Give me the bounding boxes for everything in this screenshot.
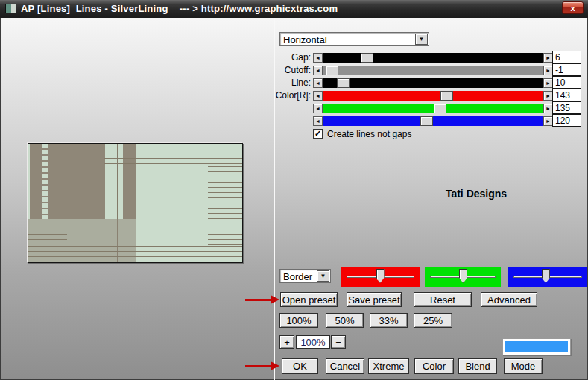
green-bar-thumb[interactable]	[459, 269, 467, 283]
slider-left-icon[interactable]: ◄	[313, 116, 323, 126]
cancel-button[interactable]: Cancel	[326, 358, 364, 374]
zoom-plus-button[interactable]: +	[279, 335, 294, 349]
color-swatch-fill	[505, 341, 568, 352]
color-blue-slider-thumb[interactable]	[420, 116, 433, 126]
plugin-window: AP [Lines] Lines - SilverLining --- > ht…	[0, 0, 588, 380]
color-b-value-field[interactable]: 120	[552, 114, 581, 127]
border-dropdown-value: Border	[283, 271, 312, 282]
line-slider-track[interactable]	[323, 78, 543, 88]
brand-text: Tati Designs	[412, 188, 540, 200]
arrow-head-icon	[271, 295, 279, 304]
border-dropdown[interactable]: Border ▼	[279, 269, 331, 283]
slider-left-icon[interactable]: ◄	[313, 91, 323, 101]
mode-button[interactable]: Mode	[504, 358, 543, 374]
arrow-shaft	[245, 365, 272, 367]
pattern-dropdown[interactable]: Horizontal ▼	[279, 32, 429, 46]
cutoff-slider-track[interactable]	[323, 66, 543, 75]
gap-slider[interactable]: ◄ ►	[313, 53, 553, 63]
title-bar: AP [Lines] Lines - SilverLining --- > ht…	[0, 0, 588, 18]
green-bar-slider[interactable]	[425, 267, 501, 287]
chevron-down-icon[interactable]: ▼	[317, 270, 329, 282]
color-r-value-field[interactable]: 143	[552, 89, 581, 101]
color-red-slider-track[interactable]	[323, 91, 543, 101]
color-red-slider-thumb[interactable]	[440, 91, 453, 101]
create-lines-checkbox-label: Create lines not gaps	[327, 129, 411, 139]
color-g-value-field[interactable]: 135	[552, 101, 581, 114]
color-green-slider[interactable]: ◄ ►	[313, 104, 553, 113]
ok-button[interactable]: OK	[282, 358, 318, 374]
zoom-50-button[interactable]: 50%	[326, 313, 364, 328]
close-icon[interactable]: x	[562, 1, 584, 14]
zoom-100-button[interactable]: 100%	[279, 313, 318, 328]
color-r-label: Color[R]:	[245, 91, 311, 101]
zoom-level-display: 100%	[296, 335, 330, 349]
gap-slider-thumb[interactable]	[361, 53, 373, 63]
blend-button[interactable]: Blend	[458, 358, 497, 374]
color-red-slider[interactable]: ◄ ►	[313, 91, 553, 101]
preview-lines-right	[208, 166, 243, 246]
slider-left-icon[interactable]: ◄	[313, 53, 323, 63]
slider-left-icon[interactable]: ◄	[313, 66, 323, 75]
line-label: Line:	[245, 78, 311, 88]
preview-lines-left	[28, 224, 67, 244]
line-value-field[interactable]: 10	[552, 76, 581, 89]
blue-bar-slider[interactable]	[508, 267, 587, 287]
window-title: AP [Lines] Lines - SilverLining --- > ht…	[21, 3, 338, 14]
blue-bar-thumb[interactable]	[542, 269, 550, 283]
slider-left-icon[interactable]: ◄	[313, 104, 323, 113]
pattern-dropdown-value: Horizontal	[283, 34, 327, 45]
gap-slider-track[interactable]	[323, 53, 543, 63]
gap-value-field[interactable]: 6	[552, 51, 581, 63]
reset-button[interactable]: Reset	[414, 292, 472, 307]
cutoff-value-field[interactable]: -1	[552, 63, 581, 76]
zoom-33-button[interactable]: 33%	[370, 313, 408, 328]
app-icon	[5, 4, 16, 13]
color-button[interactable]: Color	[414, 358, 454, 374]
xtreme-button[interactable]: Xtreme	[368, 358, 409, 374]
cutoff-slider[interactable]: ◄ ►	[313, 66, 553, 75]
slider-left-icon[interactable]: ◄	[313, 78, 323, 88]
red-bar-thumb[interactable]	[376, 269, 385, 283]
zoom-25-button[interactable]: 25%	[414, 313, 452, 328]
zoom-minus-button[interactable]: −	[331, 335, 346, 349]
color-green-slider-track[interactable]	[323, 104, 543, 113]
color-blue-slider-track[interactable]	[323, 116, 543, 126]
annotation-arrow-ok	[245, 361, 279, 370]
red-bar-slider[interactable]	[341, 267, 420, 287]
chevron-down-icon[interactable]: ▼	[415, 34, 428, 45]
preview-lines-top	[104, 148, 243, 167]
advanced-button[interactable]: Advanced	[481, 292, 537, 307]
color-blue-slider[interactable]: ◄ ►	[313, 116, 553, 126]
create-lines-checkbox[interactable]: ✓	[313, 129, 323, 139]
cutoff-slider-thumb[interactable]	[326, 66, 338, 75]
save-preset-button[interactable]: Save preset	[347, 292, 402, 307]
annotation-arrow-open-preset	[245, 295, 279, 304]
arrow-shaft	[245, 299, 272, 301]
color-swatch[interactable]	[502, 338, 571, 355]
preview-dashed-stripe	[42, 144, 48, 219]
open-preset-button[interactable]: Open preset	[280, 292, 338, 307]
gap-label: Gap:	[245, 53, 311, 63]
line-slider-thumb[interactable]	[337, 78, 350, 88]
pattern-preview	[28, 143, 243, 263]
preview-lines-full	[28, 246, 243, 263]
line-slider[interactable]: ◄ ►	[313, 78, 553, 88]
arrow-head-icon	[271, 361, 279, 370]
cutoff-label: Cutoff:	[245, 66, 311, 75]
color-green-slider-thumb[interactable]	[434, 104, 446, 113]
